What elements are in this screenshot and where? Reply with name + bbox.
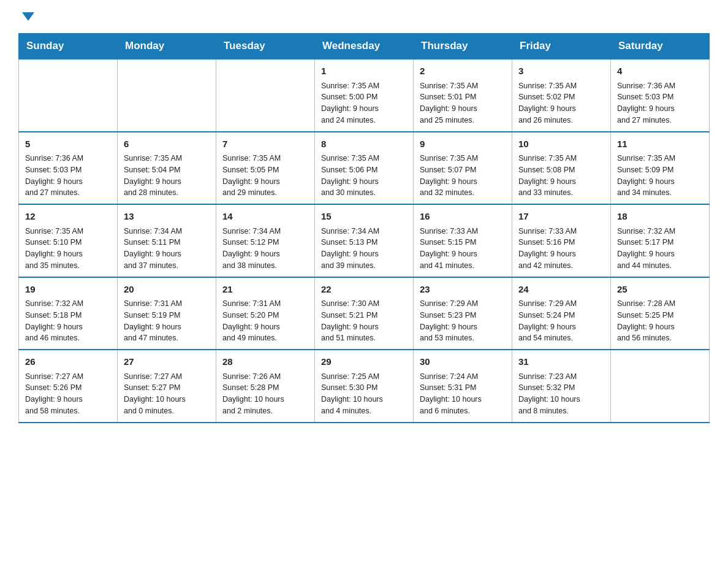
day-info: and 34 minutes. bbox=[617, 187, 703, 199]
day-info: Daylight: 9 hours bbox=[518, 176, 604, 188]
day-info: and 8 minutes. bbox=[518, 405, 604, 417]
day-info: Sunrise: 7:26 AM bbox=[222, 371, 308, 383]
day-info: Daylight: 9 hours bbox=[124, 248, 210, 260]
day-number: 31 bbox=[518, 355, 604, 369]
day-info: Sunset: 5:18 PM bbox=[25, 310, 111, 321]
day-info: Daylight: 10 hours bbox=[321, 394, 407, 405]
day-info: Daylight: 9 hours bbox=[25, 321, 111, 333]
day-info: and 54 minutes. bbox=[518, 332, 604, 344]
calendar-cell: 8Sunrise: 7:35 AMSunset: 5:06 PMDaylight… bbox=[315, 132, 414, 205]
day-number: 27 bbox=[124, 355, 210, 369]
day-info: Sunrise: 7:35 AM bbox=[124, 153, 210, 164]
day-number: 1 bbox=[321, 64, 407, 79]
calendar-cell: 24Sunrise: 7:29 AMSunset: 5:24 PMDayligh… bbox=[512, 277, 611, 350]
day-info: Sunrise: 7:23 AM bbox=[518, 371, 604, 383]
day-info: Sunset: 5:03 PM bbox=[25, 164, 111, 176]
calendar-cell: 31Sunrise: 7:23 AMSunset: 5:32 PMDayligh… bbox=[512, 350, 611, 423]
day-info: Sunrise: 7:34 AM bbox=[222, 226, 308, 237]
day-number: 13 bbox=[124, 210, 210, 224]
day-info: and 49 minutes. bbox=[222, 332, 308, 344]
day-info: Daylight: 9 hours bbox=[222, 321, 308, 333]
header-sunday: Sunday bbox=[19, 34, 118, 59]
calendar-cell: 19Sunrise: 7:32 AMSunset: 5:18 PMDayligh… bbox=[19, 277, 118, 350]
day-info: Sunrise: 7:29 AM bbox=[518, 298, 604, 310]
calendar-cell: 22Sunrise: 7:30 AMSunset: 5:21 PMDayligh… bbox=[315, 277, 414, 350]
day-info: Daylight: 9 hours bbox=[25, 248, 111, 260]
day-number: 16 bbox=[420, 210, 506, 224]
day-info: Sunrise: 7:31 AM bbox=[222, 298, 308, 310]
calendar-cell: 18Sunrise: 7:32 AMSunset: 5:17 PMDayligh… bbox=[611, 204, 710, 277]
day-info: and 27 minutes. bbox=[25, 187, 111, 199]
day-info: Sunrise: 7:35 AM bbox=[518, 153, 604, 164]
calendar-cell bbox=[611, 350, 710, 423]
day-info: Sunset: 5:06 PM bbox=[321, 164, 407, 176]
day-number: 10 bbox=[518, 137, 604, 151]
day-number: 8 bbox=[321, 137, 407, 151]
day-info: Sunrise: 7:31 AM bbox=[124, 298, 210, 310]
day-info: and 25 minutes. bbox=[420, 115, 506, 126]
day-info: Sunrise: 7:27 AM bbox=[25, 371, 111, 383]
day-info: and 56 minutes. bbox=[617, 332, 703, 344]
calendar-cell: 21Sunrise: 7:31 AMSunset: 5:20 PMDayligh… bbox=[216, 277, 315, 350]
day-info: and 0 minutes. bbox=[124, 405, 210, 417]
day-info: Daylight: 9 hours bbox=[124, 321, 210, 333]
day-info: and 51 minutes. bbox=[321, 332, 407, 344]
day-info: and 38 minutes. bbox=[222, 260, 308, 272]
day-number: 29 bbox=[321, 355, 407, 369]
day-info: Daylight: 9 hours bbox=[617, 248, 703, 260]
calendar-cell: 27Sunrise: 7:27 AMSunset: 5:27 PMDayligh… bbox=[118, 350, 216, 423]
day-info: and 6 minutes. bbox=[420, 405, 506, 417]
calendar-cell: 2Sunrise: 7:35 AMSunset: 5:01 PMDaylight… bbox=[414, 59, 512, 132]
calendar-table: SundayMondayTuesdayWednesdayThursdayFrid… bbox=[18, 33, 710, 423]
day-info: Daylight: 9 hours bbox=[420, 103, 506, 115]
day-info: Daylight: 9 hours bbox=[518, 321, 604, 333]
day-info: and 29 minutes. bbox=[222, 187, 308, 199]
day-number: 30 bbox=[420, 355, 506, 369]
header-monday: Monday bbox=[118, 34, 216, 59]
day-info: Daylight: 9 hours bbox=[222, 176, 308, 188]
day-info: Daylight: 10 hours bbox=[124, 394, 210, 405]
day-info: Sunset: 5:32 PM bbox=[518, 382, 604, 394]
day-info: Sunrise: 7:35 AM bbox=[420, 153, 506, 164]
day-info: Daylight: 9 hours bbox=[321, 103, 407, 115]
day-info: and 24 minutes. bbox=[321, 115, 407, 126]
day-info: Daylight: 9 hours bbox=[25, 176, 111, 188]
day-info: Daylight: 9 hours bbox=[518, 248, 604, 260]
calendar-cell: 25Sunrise: 7:28 AMSunset: 5:25 PMDayligh… bbox=[611, 277, 710, 350]
day-number: 22 bbox=[321, 283, 407, 297]
day-info: Sunset: 5:08 PM bbox=[518, 164, 604, 176]
page-header bbox=[18, 12, 710, 21]
day-number: 26 bbox=[25, 355, 111, 369]
calendar-cell: 3Sunrise: 7:35 AMSunset: 5:02 PMDaylight… bbox=[512, 59, 611, 132]
day-number: 6 bbox=[124, 137, 210, 151]
calendar-cell bbox=[118, 59, 216, 132]
calendar-cell: 4Sunrise: 7:36 AMSunset: 5:03 PMDaylight… bbox=[611, 59, 710, 132]
day-info: and 46 minutes. bbox=[25, 332, 111, 344]
day-info: Sunset: 5:07 PM bbox=[420, 164, 506, 176]
day-info: Sunrise: 7:33 AM bbox=[420, 226, 506, 237]
day-number: 11 bbox=[617, 137, 703, 151]
logo bbox=[18, 12, 34, 21]
day-info: Sunrise: 7:36 AM bbox=[617, 80, 703, 92]
day-info: and 37 minutes. bbox=[124, 260, 210, 272]
week-row-2: 5Sunrise: 7:36 AMSunset: 5:03 PMDaylight… bbox=[19, 132, 710, 205]
day-info: Sunrise: 7:35 AM bbox=[321, 153, 407, 164]
day-info: Sunrise: 7:35 AM bbox=[25, 226, 111, 237]
day-info: Daylight: 10 hours bbox=[518, 394, 604, 405]
day-info: Sunset: 5:16 PM bbox=[518, 237, 604, 248]
day-number: 24 bbox=[518, 283, 604, 297]
day-info: Sunrise: 7:34 AM bbox=[321, 226, 407, 237]
day-info: Sunset: 5:02 PM bbox=[518, 91, 604, 103]
day-info: Sunrise: 7:34 AM bbox=[124, 226, 210, 237]
calendar-cell: 16Sunrise: 7:33 AMSunset: 5:15 PMDayligh… bbox=[414, 204, 512, 277]
day-info: Daylight: 9 hours bbox=[420, 176, 506, 188]
day-info: Sunrise: 7:29 AM bbox=[420, 298, 506, 310]
day-info: Sunrise: 7:32 AM bbox=[25, 298, 111, 310]
day-info: Sunset: 5:00 PM bbox=[321, 91, 407, 103]
day-info: Daylight: 9 hours bbox=[25, 394, 111, 405]
day-info: Sunset: 5:25 PM bbox=[617, 310, 703, 321]
day-info: and 47 minutes. bbox=[124, 332, 210, 344]
calendar-cell: 29Sunrise: 7:25 AMSunset: 5:30 PMDayligh… bbox=[315, 350, 414, 423]
header-saturday: Saturday bbox=[611, 34, 710, 59]
day-number: 17 bbox=[518, 210, 604, 224]
